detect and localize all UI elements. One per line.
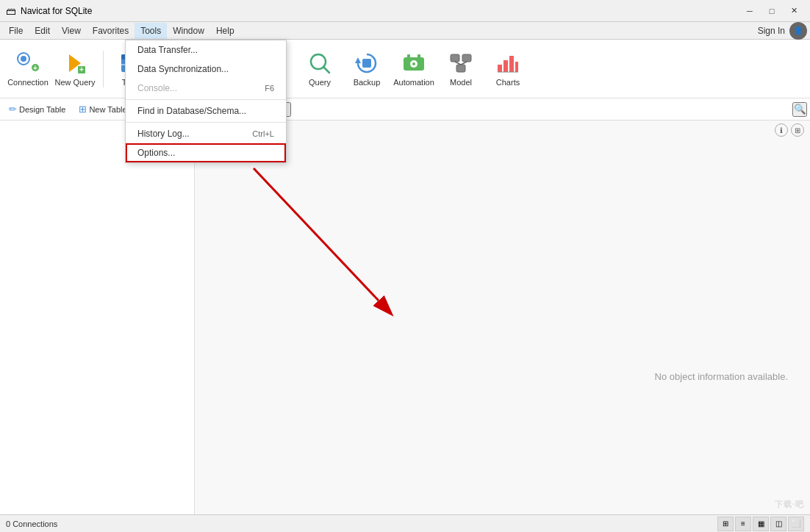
annotation-arrow [232, 161, 415, 345]
no-object-text: No object information available. [655, 371, 788, 382]
toolbar-model-label: Model [450, 78, 472, 87]
menu-help[interactable]: Help [210, 23, 240, 39]
right-panel: ℹ ⊞ No object information available. [195, 121, 810, 514]
connection-icon: + [16, 51, 40, 75]
dropdown-options[interactable]: Options... [126, 143, 286, 162]
info-bar: ℹ ⊞ [775, 123, 804, 137]
svg-rect-30 [456, 65, 465, 72]
toolbar-separator-1 [103, 51, 104, 87]
dropdown-data-transfer-label: Data Transfer... [137, 45, 198, 55]
app-icon: 🗃 [6, 5, 16, 17]
charts-icon [496, 51, 520, 75]
status-icon-3[interactable]: ▦ [753, 517, 769, 531]
title-controls: ─ □ ✕ [739, 4, 804, 18]
design-table-icon: ✏ [9, 104, 17, 115]
design-table-label: Design Table [19, 105, 65, 114]
toolbar-charts-label: Charts [496, 78, 520, 87]
new-table-label: New Table [89, 105, 126, 114]
svg-rect-26 [407, 54, 410, 59]
svg-rect-34 [503, 60, 508, 72]
dropdown-history-log[interactable]: History Log... Ctrl+L [126, 124, 286, 143]
status-bar: 0 Connections ⊞ ≡ ▦ ◫ ⬜ [0, 514, 810, 532]
dropdown-console: Console... F6 [126, 79, 286, 98]
svg-line-20 [323, 67, 329, 73]
dropdown-find-db-label: Find in Database/Schema... [137, 106, 246, 116]
svg-rect-27 [417, 54, 420, 59]
svg-rect-33 [498, 65, 502, 72]
dropdown-separator-2 [126, 122, 286, 123]
toolbar-query-label: Query [309, 78, 331, 87]
toolbar-charts-button[interactable]: Charts [486, 43, 530, 95]
dropdown-find-db[interactable]: Find in Database/Schema... [126, 101, 286, 121]
dropdown-separator-1 [126, 99, 286, 100]
svg-text:+: + [33, 64, 37, 72]
watermark: 下载·吧 [775, 499, 804, 510]
automation-icon [402, 51, 426, 75]
left-panel [0, 121, 195, 514]
dropdown-console-label: Console... [137, 83, 177, 93]
svg-point-25 [412, 62, 415, 65]
svg-rect-28 [451, 54, 459, 62]
status-icon-1[interactable]: ⊞ [717, 517, 734, 531]
status-icon-4[interactable]: ◫ [770, 517, 786, 531]
menu-tools[interactable]: Tools [135, 23, 167, 39]
info-icon-button[interactable]: ℹ [775, 123, 788, 137]
toolbar-connection-button[interactable]: + Connection [6, 43, 50, 95]
minimize-button[interactable]: ─ [739, 4, 760, 18]
menu-favorites[interactable]: Favorites [87, 23, 135, 39]
svg-rect-29 [462, 54, 471, 62]
sub-toolbar: ✏ Design Table ⊞ New Table ⊟ Delete Tabl… [0, 98, 810, 121]
menu-edit[interactable]: Edit [29, 23, 56, 39]
svg-marker-21 [355, 57, 361, 63]
svg-text:+: + [79, 65, 84, 73]
svg-line-32 [461, 62, 467, 65]
main-area: ℹ ⊞ No object information available. [0, 121, 810, 514]
toolbar-backup-label: Backup [354, 78, 381, 87]
svg-point-1 [21, 56, 26, 62]
dropdown-console-shortcut: F6 [265, 84, 274, 93]
status-connections: 0 Connections [6, 520, 57, 528]
toolbar-automation-button[interactable]: Automation [392, 43, 436, 95]
dropdown-data-sync[interactable]: Data Synchronization... [126, 60, 286, 79]
svg-rect-35 [509, 56, 514, 72]
toolbar: + Connection + New Query Table [0, 40, 810, 98]
dropdown-options-label: Options... [137, 148, 175, 158]
new-table-icon: ⊞ [79, 104, 87, 115]
dropdown-data-sync-label: Data Synchronization... [137, 64, 229, 74]
svg-line-39 [254, 168, 379, 301]
svg-rect-36 [515, 62, 518, 72]
avatar: 👤 [789, 22, 807, 40]
model-icon [449, 51, 473, 75]
design-table-button[interactable]: ✏ Design Table [3, 101, 71, 118]
status-icons: ⊞ ≡ ▦ ◫ ⬜ [717, 517, 804, 531]
tools-dropdown: Data Transfer... Data Synchronization...… [125, 40, 287, 163]
svg-line-31 [455, 62, 461, 65]
new-table-button[interactable]: ⊞ New Table [73, 101, 132, 118]
query-icon [308, 51, 331, 75]
search-button[interactable]: 🔍 [792, 102, 807, 117]
grid-icon-button[interactable]: ⊞ [791, 123, 804, 137]
toolbar-automation-label: Automation [393, 78, 434, 87]
app-title: Navicat for SQLite [21, 6, 92, 16]
menu-file[interactable]: File [3, 23, 29, 39]
toolbar-query-button[interactable]: Query [298, 43, 342, 95]
sign-in-area: Sign In 👤 [758, 22, 807, 40]
sign-in-label[interactable]: Sign In [758, 26, 785, 36]
status-icon-5[interactable]: ⬜ [788, 517, 804, 531]
title-bar: 🗃 Navicat for SQLite ─ □ ✕ [0, 0, 810, 22]
toolbar-backup-button[interactable]: Backup [345, 43, 389, 95]
toolbar-model-button[interactable]: Model [439, 43, 483, 95]
maximize-button[interactable]: □ [761, 4, 782, 18]
toolbar-new-query-label: New Query [54, 78, 95, 87]
menu-bar: File Edit View Favorites Tools Window He… [0, 22, 810, 40]
dropdown-data-transfer[interactable]: Data Transfer... [126, 40, 286, 60]
menu-window[interactable]: Window [167, 23, 210, 39]
toolbar-new-query-button[interactable]: + New Query [53, 43, 97, 95]
close-button[interactable]: ✕ [784, 4, 804, 18]
backup-icon [355, 51, 379, 75]
title-bar-left: 🗃 Navicat for SQLite [6, 5, 92, 17]
dropdown-history-log-label: History Log... [137, 129, 190, 139]
menu-view[interactable]: View [56, 23, 87, 39]
status-icon-2[interactable]: ≡ [735, 517, 751, 531]
svg-rect-22 [362, 59, 371, 68]
